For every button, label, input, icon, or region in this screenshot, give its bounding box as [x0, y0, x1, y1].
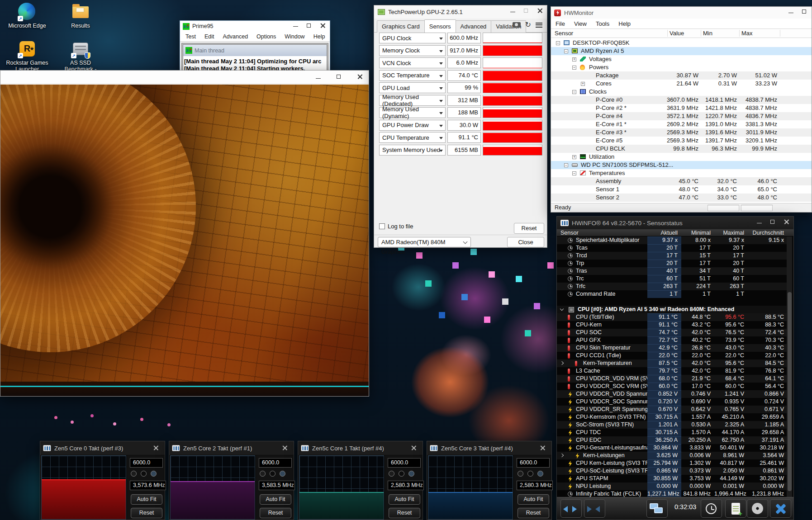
tree-row-wd-pc-sn7100s-sdfpmsl-512-[interactable]: −WD PC SN7100S SDFPMSL-512...: [551, 161, 812, 169]
tree-expand-toggle[interactable]: −: [556, 41, 560, 45]
minimize-button[interactable]: [289, 20, 303, 31]
option-circle[interactable]: [151, 471, 157, 477]
sensor-row-cpu-skin-temperatur[interactable]: CPU Skin Temperatur42.9 °C26.8 °C43.0 °C…: [557, 344, 788, 352]
graph-option-toggles[interactable]: [131, 471, 157, 477]
gpuz-titlebar[interactable]: TechPowerUp GPU-Z 2.65.1: [374, 5, 547, 19]
sensor-row-l3-cache[interactable]: L3 Cache79.7 °C42.0 °C81.9 °C76.8 °C: [557, 367, 788, 375]
option-circle[interactable]: [280, 471, 285, 477]
sensor-name-dropdown[interactable]: VCN Clock: [379, 57, 446, 68]
tab-sensors[interactable]: Sensors: [424, 19, 456, 33]
sensor-name-dropdown[interactable]: CPU Temperature: [379, 132, 446, 143]
sensor-name-dropdown[interactable]: Memory Used (Dedicated): [379, 95, 446, 106]
close-button[interactable]: [149, 441, 163, 455]
tree-expand-toggle[interactable]: +: [581, 82, 585, 86]
tree-row-package[interactable]: Package30.87 W2.70 W51.02 W: [551, 71, 812, 80]
sensor-row-soc-strom-svi3-tfn-[interactable]: SoC-Strom (SVI3 TFN)1.201 A0.530 A2.325 …: [557, 421, 788, 429]
sensor-row-cpu-soc-leistung-svi3-tfn-[interactable]: CPU-SoC-Leistung (SVI3 TFN)0.865 W0.373 …: [557, 467, 788, 475]
prime95-titlebar[interactable]: 2-1P Prime95: [180, 21, 330, 32]
reset-button[interactable]: Reset: [260, 508, 291, 518]
tree-row-powers[interactable]: −Powers: [551, 63, 812, 71]
image-viewer-titlebar[interactable]: [0, 71, 369, 84]
option-circle[interactable]: [270, 471, 275, 477]
sensor-row-apu-gfx[interactable]: APU GFX72.7 °C40.2 °C73.9 °C70.3 °C: [557, 336, 788, 344]
menu-view[interactable]: View: [574, 20, 587, 27]
hwmonitor-titlebar[interactable]: HWMonitor: [551, 7, 812, 19]
tree-expand-toggle[interactable]: +: [572, 155, 576, 159]
reset-button[interactable]: Reset: [131, 508, 162, 518]
option-circle[interactable]: [537, 471, 543, 477]
scrollbar[interactable]: [787, 236, 792, 498]
sensor-row-cpu-ccd1-tdie-[interactable]: CPU CCD1 (Tdie)22.0 °C22.0 °C22.0 °C22.0…: [557, 352, 788, 359]
tree-expand-toggle[interactable]: −: [572, 90, 576, 94]
graph-option-toggles[interactable]: [389, 471, 414, 477]
menu-help[interactable]: Help: [618, 20, 631, 27]
maximize-button[interactable]: [303, 20, 316, 31]
tree-row-sensor-2[interactable]: Sensor 247.0 °C33.0 °C48.0 °C: [551, 194, 812, 202]
option-circle[interactable]: [518, 471, 523, 477]
column-header[interactable]: Value: [670, 30, 684, 37]
sensor-row-speichertakt-multiplikator[interactable]: Speichertakt-Multiplikator9.37 x8.00 x9.…: [557, 236, 788, 244]
sensor-row-cpu-kern[interactable]: CPU-Kern91.1 °C43.2 °C95.6 °C88.3 °C: [557, 321, 788, 329]
sensor-name-dropdown[interactable]: GPU Load: [379, 82, 446, 93]
column-header[interactable]: Maximal: [714, 229, 744, 236]
sensor-row-cpu-kern-leistung-svi3-tfn-[interactable]: CPU Kern-Leistung (SVI3 TFN)25.794 W1.30…: [557, 459, 788, 467]
option-circle[interactable]: [389, 471, 394, 477]
sensor-row-trp[interactable]: Trp20 T17 T20 T: [557, 260, 788, 267]
hwinfo-titlebar[interactable]: HWiNFO® 64 v8.22-5670 - Sensorstatus: [557, 217, 793, 229]
menu-window[interactable]: Window: [285, 33, 304, 40]
option-circle[interactable]: [141, 471, 147, 477]
desktop-icon-rockstar[interactable]: R★ ↗ Rockstar Games Launcher: [4, 40, 51, 73]
column-header[interactable]: Sensor: [555, 30, 573, 37]
desktop-icon-results[interactable]: Results: [57, 3, 104, 29]
tree-row-e-core-1-[interactable]: E-Core #1 *2609.2 MHz1391.0 MHz3381.3 MH…: [551, 120, 812, 128]
minimize-button[interactable]: [312, 71, 325, 84]
cpu-section-header[interactable]: CPU [#0]: AMD Ryzen AI 5 340 w/ Radeon 8…: [557, 306, 788, 313]
sensor-row-cpu-soc[interactable]: CPU SOC74.7 °C42.0 °C76.5 °C72.4 °C: [557, 329, 788, 336]
sensor-row-cpu-gesamt-leistungsaufnahme[interactable]: CPU-Gesamt-Leistungsaufnahme30.864 W3.83…: [557, 444, 788, 452]
report-button[interactable]: [725, 499, 746, 518]
sensor-row-npu-leistung[interactable]: NPU Leistung0.000 W0.000 W0.001 W0.000 W: [557, 482, 788, 490]
reset-button[interactable]: Reset: [514, 223, 544, 234]
minimize-button[interactable]: [506, 5, 520, 18]
scale-max-field[interactable]: 6000.0: [517, 458, 550, 468]
menu-file[interactable]: File: [556, 20, 565, 27]
close-button[interactable]: [536, 441, 550, 455]
reset-button[interactable]: Reset: [389, 508, 420, 518]
sensor-row-cpu-vddcr-vdd-spannung-svi-[interactable]: CPU VDDCR_VDD Spannung (SVI...0.852 V0.7…: [557, 390, 788, 398]
tab-graphics-card[interactable]: Graphics Card: [377, 20, 425, 33]
navigate-arrows-button[interactable]: [560, 499, 582, 518]
sensor-name-dropdown[interactable]: Memory Used (Dynamic): [379, 107, 446, 118]
tree-row-e-core-3-[interactable]: E-Core #3 *2569.3 MHz1391.6 MHz3011.9 MH…: [551, 128, 812, 137]
column-header[interactable]: Max: [741, 30, 753, 37]
sensor-name-dropdown[interactable]: System Memory Used: [379, 145, 446, 156]
close-button[interactable]: [316, 20, 330, 31]
clock-button[interactable]: [701, 499, 722, 518]
menu-options[interactable]: Options: [256, 33, 276, 40]
scrollbar-thumb[interactable]: [788, 292, 792, 491]
menu-advanced[interactable]: Advanced: [223, 33, 248, 40]
collapse-arrows-button[interactable]: [584, 499, 605, 518]
core-window-titlebar[interactable]: Zen5c Core 1 Takt (perf #4): [298, 441, 423, 455]
minimize-button[interactable]: [784, 6, 798, 18]
close-button[interactable]: [407, 441, 421, 455]
sensor-row-cpu-vddcr-soc-vrm-svi3-tfn-[interactable]: CPU VDDCR_SOC VRM (SVI3 TFN)60.0 °C17.0 …: [557, 383, 788, 390]
sensor-row-kern-temperaturen[interactable]: Kern-Temperaturen87.5 °C42.0 °C95.6 °C84…: [557, 359, 788, 367]
scale-max-field[interactable]: 6000.0: [388, 458, 421, 468]
option-circle[interactable]: [527, 471, 533, 477]
scale-max-field[interactable]: 6000.0: [130, 458, 163, 468]
sensor-row-cpu-vddcr-soc-spannung-svi-[interactable]: CPU VDDCR_SOC Spannung (SVI...0.720 V0.6…: [557, 398, 788, 406]
tree-row-desktop-rf0qb5k[interactable]: −DESKTOP-RF0QB5K: [551, 39, 812, 47]
tree-row-p-core-2-[interactable]: P-Core #2 *3631.9 MHz1421.8 MHz4838.7 MH…: [551, 104, 812, 112]
tree-row-cores[interactable]: +Cores21.64 W0.31 W33.23 W: [551, 80, 812, 88]
tab-advanced[interactable]: Advanced: [456, 20, 492, 33]
menu-hamburger-icon[interactable]: [536, 23, 542, 28]
option-circle[interactable]: [260, 471, 266, 477]
screenshot-camera-icon[interactable]: [513, 22, 521, 28]
maximize-button[interactable]: [798, 6, 812, 18]
tree-expand-toggle[interactable]: −: [564, 49, 568, 53]
column-header[interactable]: Minimal: [681, 229, 711, 236]
menu-help[interactable]: Help: [313, 33, 325, 40]
tree-row-e-core-5[interactable]: E-Core #52569.3 MHz1391.7 MHz3209.1 MHz: [551, 137, 812, 145]
auto-fit-button[interactable]: Auto Fit: [389, 494, 420, 505]
close-x-button[interactable]: [770, 499, 791, 518]
